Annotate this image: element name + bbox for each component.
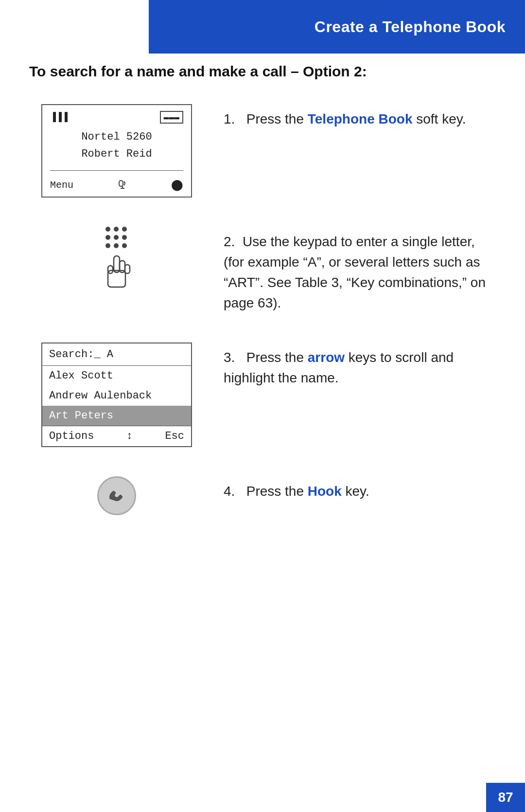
phone-content: Nortel 5260 Robert Reid [50,128,183,162]
dot-4 [105,235,110,240]
step-3-before: Press the [246,350,308,365]
step-4-paragraph: 4. Press the Hook key. [224,481,496,502]
telephone-book-link: Telephone Book [308,111,413,126]
dot-8 [114,243,119,248]
contact-row-1: Alex Scott [42,366,191,386]
step-2-number: 2. [224,234,243,249]
arrow-link: arrow [308,350,345,365]
dot-7 [105,243,110,248]
step-2-visual [29,227,204,295]
phone-softkey-right: ⬤ [171,179,183,192]
signal-icon: ▐▐▐ [50,112,68,123]
phone-softkeys: Menu ⬤ [50,175,183,197]
keypad-dots [105,227,128,249]
search-softkey-left: Options [49,430,94,442]
phone-softkey-left: Menu [50,180,73,191]
phone-line2: Robert Reid [50,145,183,162]
search-input-row: Search:_ A [42,343,191,366]
step-4-before: Press the [246,484,308,499]
section-heading: To search for a name and make a call – O… [29,63,496,80]
step-2-paragraph: 2. Use the keypad to enter a single lett… [224,232,496,313]
search-softkey-mid: ↕ [126,430,133,442]
header-bar: Create a Telephone Book [149,0,525,54]
step-4-text: 4. Press the Hook key. [224,476,496,502]
phone-top-bar: ▐▐▐ ▬▬▬ [50,111,183,124]
main-content: To search for a name and make a call – O… [0,0,525,574]
dot-6 [122,235,127,240]
dot-5 [114,235,119,240]
step-1-after: soft key. [412,111,466,126]
dot-9 [122,243,127,248]
contact-row-2: Andrew Aulenback [42,386,191,406]
step-4-visual [29,476,204,515]
contact-row-3-highlighted: Art Peters [42,406,191,426]
hook-link: Hook [308,484,342,499]
step-1-row: ▐▐▐ ▬▬▬ Nortel 5260 Robert Reid Menu [29,104,496,198]
svg-rect-0 [119,180,123,186]
step-1-before: Press the [246,111,308,126]
phone-line1: Nortel 5260 [50,128,183,145]
step-4-row: 4. Press the Hook key. [29,476,496,515]
search-screen-mockup: Search:_ A Alex Scott Andrew Aulenback A… [41,343,192,447]
step-2-text: 2. Use the keypad to enter a single lett… [224,227,496,313]
search-softkey-right: Esc [165,430,184,442]
page-number: 87 [498,790,513,805]
search-value: A [107,348,113,361]
hook-key-icon [97,476,136,515]
step-3-visual: Search:_ A Alex Scott Andrew Aulenback A… [29,343,204,447]
dot-2 [114,227,119,232]
step-1-paragraph: 1. Press the Telephone Book soft key. [224,109,496,129]
page-number-box: 87 [486,783,525,812]
step-3-paragraph: 3. Press the arrow keys to scroll and hi… [224,347,496,388]
phone-screen-mockup: ▐▐▐ ▬▬▬ Nortel 5260 Robert Reid Menu [41,104,192,198]
step-3-row: Search:_ A Alex Scott Andrew Aulenback A… [29,343,496,447]
dot-3 [122,227,127,232]
step-2-row: 2. Use the keypad to enter a single lett… [29,227,496,313]
step-4-after: key. [342,484,369,499]
search-softkeys: Options ↕ Esc [42,426,191,446]
hand-icon [97,251,136,295]
hook-svg [105,484,128,507]
step-1-visual: ▐▐▐ ▬▬▬ Nortel 5260 Robert Reid Menu [29,104,204,198]
step-4-number: 4. [224,484,243,499]
phone-softkey-mid [117,178,128,193]
svg-rect-6 [125,265,130,273]
step-3-number: 3. [224,350,243,365]
svg-rect-7 [108,266,113,273]
step-1-text: 1. Press the Telephone Book soft key. [224,104,496,129]
keypad-hand-wrapper [97,227,136,295]
mute-icon [117,178,128,189]
battery-icon: ▬▬▬ [160,111,183,124]
phone-divider [50,170,183,171]
search-label: Search:_ [49,348,101,361]
dot-1 [105,227,110,232]
step-3-text: 3. Press the arrow keys to scroll and hi… [224,343,496,388]
header-title: Create a Telephone Book [315,18,506,36]
step-1-number: 1. [224,111,243,126]
step-2-content: Use the keypad to enter a single letter,… [224,234,486,310]
